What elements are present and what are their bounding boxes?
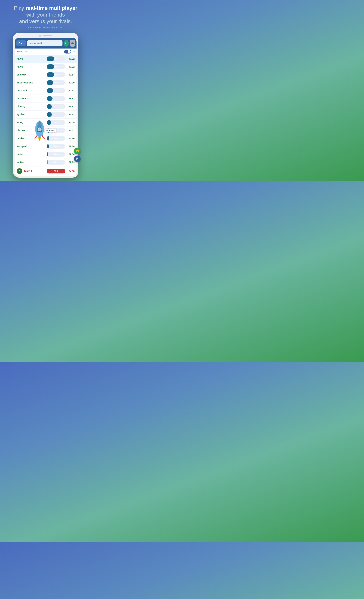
tooltip-icon: ▣ [46, 129, 48, 132]
phone-notch [15, 35, 76, 37]
emoji-fab-button[interactable]: 😊 [74, 148, 81, 154]
hero-section: Play real-time multiplayer with your fri… [12, 5, 79, 29]
score-bar: 627 [47, 112, 65, 117]
phone-camera [39, 35, 41, 37]
score-value: 245 [47, 145, 65, 148]
score-value: 627 [47, 113, 65, 116]
word-label: naive [17, 57, 47, 60]
percent-value: 35.82 [65, 113, 75, 116]
score-value: 904 [47, 57, 65, 60]
score-bar: 774 [47, 88, 65, 93]
score-value: 632 [47, 105, 65, 108]
word-row: practical 774 37.61 [15, 87, 76, 95]
word-label: naive [17, 65, 47, 68]
settings-button[interactable]: ⊕ [70, 40, 75, 47]
words-count-label: words · 16 [17, 50, 64, 53]
word-list: naive 904 40.72 naive 904 40.72 shallow … [15, 55, 76, 166]
tooltip-label: Robert [49, 129, 55, 132]
score-bar: 189 [47, 152, 65, 157]
percent-value: 36.82 [65, 97, 75, 100]
team-score-bar: 996 [47, 169, 65, 174]
score-value: 716 [47, 97, 65, 100]
word-label: clumsy [17, 105, 47, 108]
word-label: imperfections [17, 81, 47, 84]
chevron-down-icon: ▾ [21, 42, 22, 45]
percent-value: 40.72 [65, 57, 75, 60]
word-row: timid 189 32.54 [15, 150, 76, 158]
score-value: 189 [47, 153, 65, 156]
word-row: shallow 900 40.54 [15, 71, 76, 79]
r-fab-button[interactable]: R [74, 156, 81, 162]
app-screen: 2 ▾ ↻ ⊕ words · 16 % naive 904 40 [15, 38, 76, 176]
percent-value: 32.88 [65, 145, 75, 148]
word-label: shallow [17, 73, 47, 76]
hero-bold-text: real-time multiplayer [25, 5, 77, 11]
team-score-value: 996 [54, 170, 58, 172]
fab-area: 😊 R [74, 148, 81, 162]
word-row: falseness 716 36.82 [15, 95, 76, 103]
percent-value: 33.61 [65, 129, 75, 132]
table-header: words · 16 % [15, 49, 76, 55]
score-bar: 900 [47, 72, 65, 77]
svg-rect-3 [37, 131, 42, 132]
percent-value: 37.99 [65, 81, 75, 84]
number-dropdown[interactable]: 2 ▾ [16, 40, 26, 46]
score-value: 799 [47, 81, 65, 84]
hero-subtitle: this feature is for subscribers only [14, 26, 77, 29]
word-row: naive 904 40.72 [15, 63, 76, 71]
score-bar: 904 [47, 56, 65, 61]
word-label: practical [17, 89, 47, 92]
dropdown-value: 2 [18, 42, 20, 45]
score-bar: 245 [47, 144, 65, 149]
word-row: imperfections 799 37.99 [15, 79, 76, 87]
score-value: 904 [47, 65, 65, 68]
hero-line2: with your friends [26, 12, 65, 18]
search-input[interactable] [27, 40, 62, 46]
toggle-switch[interactable] [64, 50, 71, 53]
phone-speaker [43, 35, 52, 36]
team-name: Team 1 [24, 170, 47, 173]
team-percent-value: 54.53 [65, 170, 75, 172]
emoji-icon: 😊 [76, 149, 79, 153]
refresh-icon: ↻ [64, 41, 68, 45]
percent-value: 33.16 [65, 137, 75, 140]
percent-value: 32.19 [65, 161, 75, 163]
hero-plain-text: Play [14, 5, 25, 11]
word-row: tactile 122 32.19 [15, 158, 76, 166]
word-label: timid [17, 153, 47, 156]
word-row: clumsy 632 35.87 [15, 103, 76, 111]
hero-heading: Play real-time multiplayer with your fri… [14, 5, 77, 25]
word-row: arrogant 245 32.88 [15, 142, 76, 150]
score-bar: 716 [47, 96, 65, 101]
phone-frame: 2 ▾ ↻ ⊕ words · 16 % naive 904 40 [13, 33, 78, 178]
percent-column-label: % [73, 50, 75, 53]
percent-value: 32.54 [65, 153, 75, 156]
percent-value: 40.72 [65, 65, 75, 68]
percent-value: 35.87 [65, 105, 75, 108]
refresh-button[interactable]: ↻ [64, 40, 69, 47]
score-bar: 122 [47, 160, 65, 165]
score-value: 900 [47, 73, 65, 76]
percent-value: 37.61 [65, 89, 75, 92]
robert-tooltip: ▣ Robert [44, 128, 56, 132]
score-bar: 632 [47, 104, 65, 109]
score-bar: 799 [47, 80, 65, 85]
hero-line3: and versus your rivals. [19, 18, 72, 24]
team-row: F Team 1 996 54.53 [15, 166, 76, 176]
settings-icon: ⊕ [71, 41, 74, 45]
percent-value: 40.54 [65, 73, 75, 76]
word-row: naive 904 40.72 [15, 55, 76, 63]
word-label: arrogant [17, 145, 47, 148]
svg-point-2 [38, 128, 41, 131]
team-avatar-letter: F [19, 170, 20, 172]
score-bar: 904 [47, 64, 65, 69]
score-value: 774 [47, 89, 65, 92]
team-avatar: F [17, 168, 22, 174]
score-value: 122 [47, 161, 65, 163]
r-icon: R [76, 157, 78, 160]
word-label: tactile [17, 161, 47, 164]
word-row: pettier 296 33.16 [15, 134, 76, 142]
app-header: 2 ▾ ↻ ⊕ [15, 38, 76, 49]
rows-container: naive 904 40.72 naive 904 40.72 shallow … [15, 55, 76, 166]
word-label: egoism [17, 113, 47, 116]
